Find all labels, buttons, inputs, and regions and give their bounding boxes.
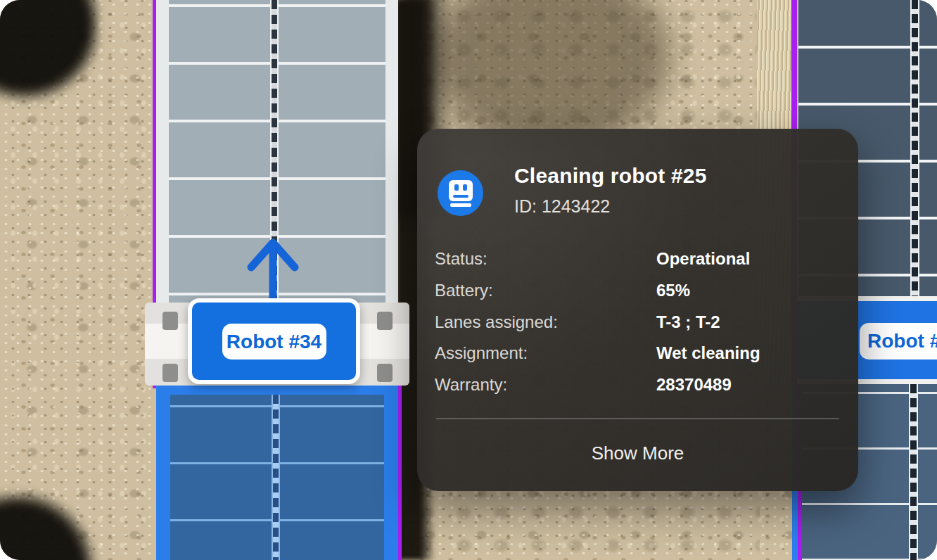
- drone-map-view: Robot #34 Robot #6 Cleaning robot #25 ID…: [0, 0, 937, 560]
- terrain-dark-patch: [0, 492, 98, 560]
- row-label: Warranty:: [435, 375, 507, 395]
- detail-row-battery: Battery: 65%: [435, 275, 841, 307]
- solar-panels: [170, 395, 384, 560]
- detail-row-status: Status: Operational: [435, 243, 841, 275]
- solar-lane-left-cleaned-section: [156, 384, 398, 560]
- terrain-dark-patch: [0, 0, 98, 106]
- row-label: Lanes assigned:: [435, 312, 558, 332]
- tooltip-title: Cleaning robot #25: [514, 164, 707, 188]
- row-value: Operational: [656, 249, 750, 269]
- row-value: 65%: [656, 281, 690, 300]
- row-label: Assignment:: [435, 343, 528, 363]
- robot-wheel-pad: [377, 364, 393, 382]
- direction-arrow-icon: [239, 232, 310, 307]
- robot-6-marker[interactable]: Robot #6: [860, 323, 937, 359]
- row-label: Battery:: [435, 281, 493, 300]
- tooltip-robot-id: ID: 1243422: [514, 196, 610, 217]
- tooltip-divider: [436, 418, 839, 419]
- lane-boundary-line: [398, 386, 402, 560]
- robot-rail: [910, 0, 919, 298]
- detail-row-warranty: Warranty: 28370489: [435, 369, 841, 401]
- robot-wheel-pad: [162, 312, 178, 330]
- row-value: Wet cleaning: [656, 343, 760, 363]
- tooltip-detail-rows: Status: Operational Battery: 65% Lanes a…: [435, 243, 841, 400]
- robot-wheel-pad: [162, 364, 178, 382]
- robot-wheel-pad: [377, 312, 393, 330]
- show-more-button[interactable]: Show More: [417, 430, 858, 476]
- row-label: Status:: [435, 249, 487, 269]
- detail-row-assignment: Assignment: Wet cleaning: [435, 338, 841, 369]
- robot-rail: [272, 395, 280, 560]
- robot-34-label: Robot #34: [222, 324, 326, 359]
- robot-tooltip: Cleaning robot #25 ID: 1243422 Status: O…: [417, 129, 858, 491]
- detail-row-lanes: Lanes assigned: T-3 ; T-2: [435, 306, 841, 338]
- robot-34-marker[interactable]: Robot #34: [188, 298, 360, 384]
- robot-icon: [438, 170, 483, 216]
- robot-icon-head: [449, 180, 473, 201]
- robot-icon-chin: [450, 203, 471, 207]
- row-value: 28370489: [656, 375, 732, 395]
- row-value: T-3 ; T-2: [656, 312, 720, 332]
- robot-rail: [909, 384, 918, 560]
